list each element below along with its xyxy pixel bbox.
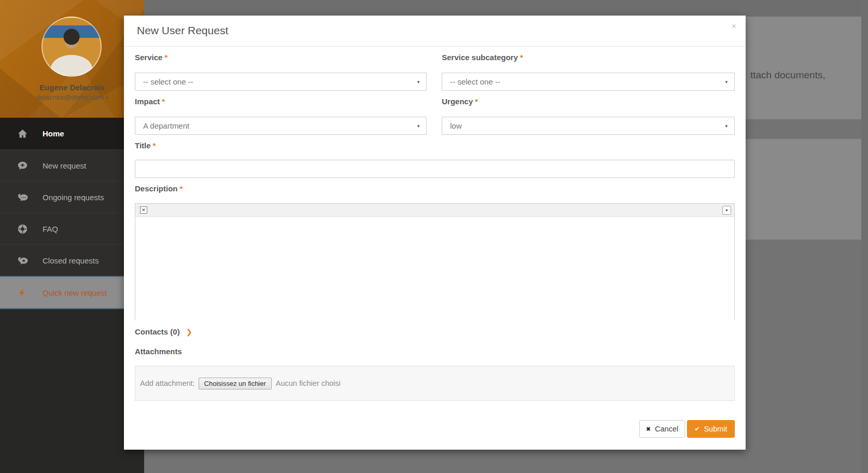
description-editor-area[interactable] xyxy=(135,217,734,321)
sidebar-item-new-request[interactable]: New request xyxy=(0,149,144,181)
sidebar-item-home[interactable]: Home xyxy=(0,118,144,149)
submit-button[interactable]: ✔ Submit xyxy=(687,420,735,438)
title-input[interactable] xyxy=(135,160,735,178)
choose-file-button[interactable]: Choisissez un fichier xyxy=(199,378,272,389)
title-label: Title* xyxy=(135,141,427,150)
sidebar-item-faq[interactable]: FAQ xyxy=(0,213,144,244)
cancel-x-icon: ✖ xyxy=(646,426,651,433)
avatar xyxy=(41,17,102,77)
service-label: Service* xyxy=(135,53,427,62)
chevron-down-icon: ▾ xyxy=(106,95,108,101)
chevron-down-icon: ▼ xyxy=(724,124,729,129)
check-icon: ✔ xyxy=(694,425,699,433)
sidebar-item-label: New request xyxy=(43,161,86,170)
service-select[interactable]: -- select one -- ▼ xyxy=(135,73,427,91)
contacts-toggle[interactable]: Contacts (0) ❯ xyxy=(135,327,192,336)
background-cutoff-text: ttach documents, xyxy=(750,69,825,81)
user-email: delacroix@demo.com xyxy=(36,93,104,101)
modal-title: New User Request xyxy=(137,24,228,37)
user-menu-toggle[interactable]: delacroix@demo.com▾ xyxy=(0,93,144,101)
sidebar-item-label: Closed requests xyxy=(43,256,99,265)
description-label: Description* xyxy=(135,184,427,193)
sidebar-item-closed-requests[interactable]: Closed requests xyxy=(0,244,144,276)
sidebar-item-label: Home xyxy=(43,129,64,138)
background-top-strip xyxy=(144,0,868,17)
broken-image-icon: ✕ xyxy=(140,206,147,214)
sidebar-item-quick-new-request[interactable]: Quick new request xyxy=(0,276,144,309)
sidebar-user-header: Eugene Delacroix delacroix@demo.com▾ xyxy=(0,0,144,118)
new-user-request-modal: New User Request × Service* Service subc… xyxy=(124,16,746,450)
modal-header: New User Request × xyxy=(124,16,746,47)
sidebar-nav: Home New request Ongoing requests FAQ Cl… xyxy=(0,118,144,309)
sidebar-item-label: FAQ xyxy=(43,225,58,233)
attachments-label: Attachments xyxy=(135,347,427,356)
home-icon xyxy=(17,128,28,140)
sidebar-item-label: Quick new request xyxy=(43,288,107,297)
chevron-down-icon: ▼ xyxy=(416,124,421,129)
faq-lifering-icon xyxy=(17,223,28,234)
closed-requests-icon xyxy=(17,255,28,266)
no-file-chosen-label: Aucun fichier choisi xyxy=(276,379,341,387)
urgency-label: Urgency* xyxy=(442,97,735,106)
new-request-icon xyxy=(17,160,28,171)
lightning-bolt-icon xyxy=(17,287,28,298)
chevron-right-icon: ❯ xyxy=(186,328,192,336)
user-name: Eugene Delacroix xyxy=(0,83,144,92)
contacts-count: (0) xyxy=(170,327,179,336)
impact-label: Impact* xyxy=(135,97,427,106)
cancel-button[interactable]: ✖ Cancel xyxy=(639,420,685,438)
urgency-select[interactable]: low ▼ xyxy=(442,117,735,135)
editor-dropdown-button[interactable]: ▼ xyxy=(722,206,731,215)
description-editor: ✕ ▼ xyxy=(135,203,735,321)
sidebar-item-label: Ongoing requests xyxy=(43,193,104,202)
service-subcategory-select[interactable]: -- select one -- ▼ xyxy=(442,73,735,91)
add-attachment-label: Add attachment: xyxy=(140,379,195,387)
chevron-down-icon: ▼ xyxy=(724,80,729,85)
chevron-down-icon: ▼ xyxy=(416,80,421,85)
sidebar-item-ongoing-requests[interactable]: Ongoing requests xyxy=(0,181,144,213)
sidebar: Eugene Delacroix delacroix@demo.com▾ Hom… xyxy=(0,0,144,473)
impact-select[interactable]: A department ▼ xyxy=(135,117,427,135)
background-right-margin xyxy=(861,0,868,473)
service-subcategory-label: Service subcategory* xyxy=(442,53,735,62)
attachments-panel: Add attachment: Choisissez un fichier Au… xyxy=(135,366,735,401)
ongoing-requests-icon xyxy=(17,191,28,203)
close-icon[interactable]: × xyxy=(732,22,736,31)
editor-toolbar: ✕ ▼ xyxy=(135,204,734,217)
